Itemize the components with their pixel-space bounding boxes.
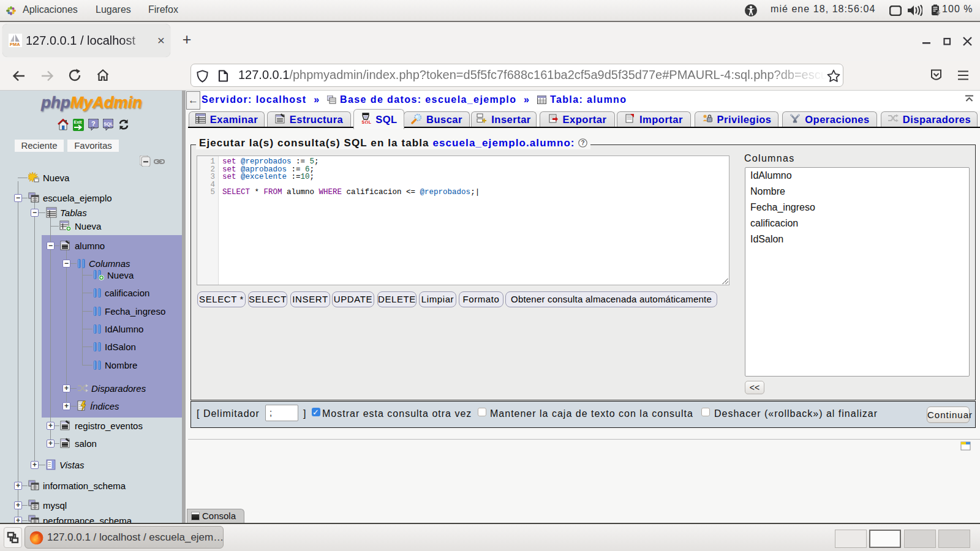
svg-text:Exit: Exit bbox=[74, 120, 83, 124]
svg-text:SQL: SQL bbox=[104, 121, 113, 127]
svg-text:?: ? bbox=[581, 140, 586, 146]
svg-text:PMA: PMA bbox=[10, 42, 20, 47]
svg-text:?: ? bbox=[91, 120, 96, 127]
svg-text:SQL: SQL bbox=[362, 120, 371, 124]
